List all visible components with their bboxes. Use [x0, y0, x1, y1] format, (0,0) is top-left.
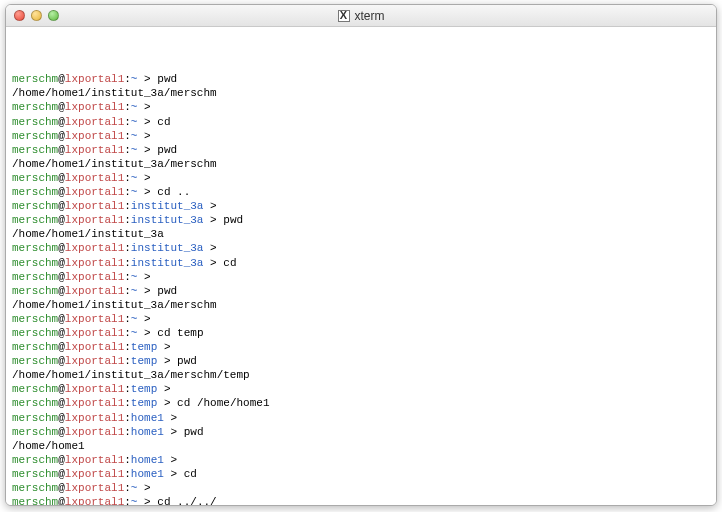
prompt-user: merschm [12, 271, 58, 283]
prompt-command: pwd [177, 355, 197, 367]
prompt-colon: : [124, 242, 131, 254]
prompt-user: merschm [12, 214, 58, 226]
prompt-at: @ [58, 130, 65, 142]
prompt-at: @ [58, 285, 65, 297]
prompt-at: @ [58, 454, 65, 466]
terminal-output-line: /home/home1/institut_3a/merschm [12, 86, 710, 100]
prompt-path: ~ [131, 482, 138, 494]
prompt-gt: > [170, 468, 177, 480]
prompt-path: ~ [131, 496, 138, 505]
prompt-at: @ [58, 313, 65, 325]
prompt-path: ~ [131, 172, 138, 184]
prompt-at: @ [58, 482, 65, 494]
terminal-prompt-line: merschm@lxportal1:temp > [12, 340, 710, 354]
prompt-user: merschm [12, 101, 58, 113]
prompt-gt: > [144, 271, 151, 283]
terminal-prompt-line: merschm@lxportal1:~ > [12, 270, 710, 284]
prompt-path: temp [131, 397, 157, 409]
prompt-colon: : [124, 468, 131, 480]
prompt-command: cd [223, 257, 236, 269]
prompt-host: lxportal1 [65, 496, 124, 505]
terminal-prompt-line: merschm@lxportal1:~ > [12, 171, 710, 185]
prompt-user: merschm [12, 130, 58, 142]
prompt-command: pwd [223, 214, 243, 226]
prompt-at: @ [58, 426, 65, 438]
prompt-command: cd [157, 116, 170, 128]
prompt-host: lxportal1 [65, 383, 124, 395]
prompt-at: @ [58, 172, 65, 184]
prompt-colon: : [124, 144, 131, 156]
output-text: /home/home1/institut_3a [12, 228, 164, 240]
prompt-host: lxportal1 [65, 355, 124, 367]
prompt-user: merschm [12, 426, 58, 438]
prompt-colon: : [124, 172, 131, 184]
prompt-host: lxportal1 [65, 285, 124, 297]
prompt-gt: > [144, 116, 151, 128]
prompt-path: ~ [131, 285, 138, 297]
prompt-path: ~ [131, 313, 138, 325]
prompt-gt: > [144, 101, 151, 113]
terminal-prompt-line: merschm@lxportal1:~ > [12, 481, 710, 495]
prompt-path: ~ [131, 186, 138, 198]
prompt-gt: > [144, 285, 151, 297]
prompt-gt: > [164, 383, 171, 395]
prompt-command: pwd [157, 285, 177, 297]
prompt-gt: > [164, 341, 171, 353]
prompt-gt: > [144, 144, 151, 156]
prompt-host: lxportal1 [65, 186, 124, 198]
prompt-command: pwd [184, 426, 204, 438]
minimize-icon[interactable] [31, 10, 42, 21]
prompt-user: merschm [12, 468, 58, 480]
prompt-colon: : [124, 73, 131, 85]
terminal-prompt-line: merschm@lxportal1:~ > cd [12, 115, 710, 129]
prompt-at: @ [58, 271, 65, 283]
prompt-at: @ [58, 73, 65, 85]
terminal-area[interactable]: merschm@lxportal1:~ > pwd/home/home1/ins… [6, 27, 716, 505]
resize-handle-icon[interactable] [700, 489, 714, 503]
prompt-colon: : [124, 271, 131, 283]
prompt-gt: > [144, 327, 151, 339]
terminal-prompt-line: merschm@lxportal1:home1 > cd [12, 467, 710, 481]
terminal-output-line: /home/home1/institut_3a [12, 227, 710, 241]
window-title-text: xterm [355, 9, 385, 23]
prompt-user: merschm [12, 383, 58, 395]
prompt-path: ~ [131, 144, 138, 156]
prompt-gt: > [144, 172, 151, 184]
terminal-prompt-line: merschm@lxportal1:~ > cd ../../ [12, 495, 710, 505]
prompt-host: lxportal1 [65, 271, 124, 283]
terminal-prompt-line: merschm@lxportal1:~ > cd .. [12, 185, 710, 199]
prompt-at: @ [58, 214, 65, 226]
prompt-path: institut_3a [131, 257, 204, 269]
prompt-user: merschm [12, 482, 58, 494]
prompt-host: lxportal1 [65, 468, 124, 480]
prompt-colon: : [124, 130, 131, 142]
prompt-host: lxportal1 [65, 242, 124, 254]
prompt-gt: > [210, 257, 217, 269]
terminal-prompt-line: merschm@lxportal1:~ > [12, 100, 710, 114]
prompt-user: merschm [12, 73, 58, 85]
prompt-host: lxportal1 [65, 482, 124, 494]
prompt-command: cd temp [157, 327, 203, 339]
prompt-gt: > [144, 496, 151, 505]
prompt-path: temp [131, 341, 157, 353]
terminal-prompt-line: merschm@lxportal1:~ > pwd [12, 284, 710, 298]
terminal-prompt-line: merschm@lxportal1:~ > pwd [12, 72, 710, 86]
prompt-path: ~ [131, 116, 138, 128]
prompt-host: lxportal1 [65, 130, 124, 142]
prompt-path: temp [131, 355, 157, 367]
x11-icon: X [338, 10, 350, 22]
prompt-path: ~ [131, 271, 138, 283]
prompt-at: @ [58, 242, 65, 254]
zoom-icon[interactable] [48, 10, 59, 21]
prompt-at: @ [58, 101, 65, 113]
close-icon[interactable] [14, 10, 25, 21]
terminal-prompt-line: merschm@lxportal1:temp > [12, 382, 710, 396]
output-text: /home/home1/institut_3a/merschm [12, 87, 217, 99]
prompt-host: lxportal1 [65, 257, 124, 269]
prompt-user: merschm [12, 496, 58, 505]
prompt-path: ~ [131, 327, 138, 339]
prompt-colon: : [124, 341, 131, 353]
prompt-command: pwd [157, 73, 177, 85]
prompt-host: lxportal1 [65, 327, 124, 339]
prompt-host: lxportal1 [65, 214, 124, 226]
